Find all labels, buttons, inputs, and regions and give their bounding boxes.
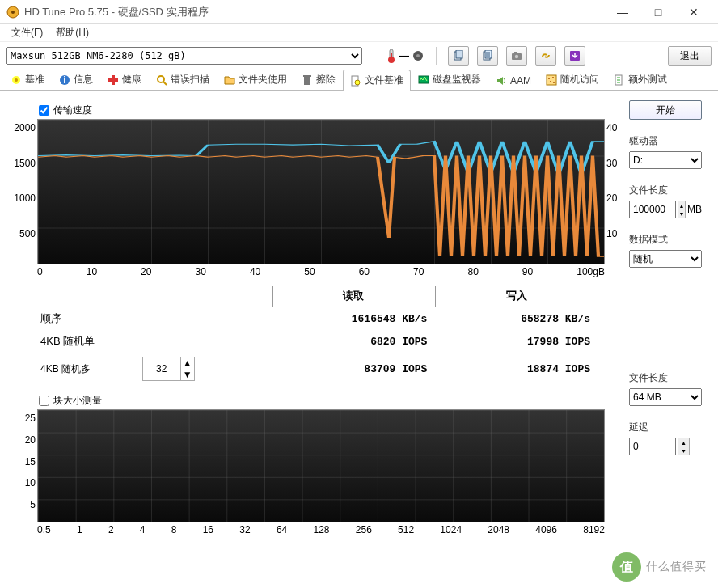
svg-point-32 [553,82,555,83]
tab-aam[interactable]: AAM [488,71,538,90]
transfer-chart-wrap: MB/s ms 200015001000500 40302010 0102030… [13,119,623,277]
content-area: 传输速度 MB/s ms 200015001000500 40302010 [0,91,718,535]
watermark-text: 什么值得买 [646,560,707,574]
watermark: 值 什么值得买 [612,552,707,582]
maximize-button[interactable]: □ [640,1,676,23]
app-icon [6,6,19,19]
col-write: 写入 [435,286,597,307]
watermark-icon: 值 [612,552,641,582]
title-bar: HD Tune Pro 5.75 - 硬盘/SSD 实用程序 — □ ✕ [0,0,718,24]
svg-rect-8 [456,50,462,58]
svg-rect-20 [108,78,118,82]
save-button[interactable] [564,46,585,66]
delay-up[interactable]: ▲ [678,438,689,446]
svg-rect-28 [547,75,556,85]
fan-icon [412,49,424,62]
svg-rect-24 [303,75,311,77]
file-length-label: 文件长度 [629,184,710,197]
filelen-up[interactable]: ▲ [678,201,685,209]
delay-input[interactable] [629,438,676,455]
svg-line-22 [163,82,167,85]
svg-point-29 [548,78,550,79]
drive-label: 驱动器 [629,134,710,148]
copy-data-button[interactable] [477,46,498,66]
queue-depth-input[interactable] [143,357,180,380]
drive-letter-select[interactable]: D: [629,151,702,169]
temperature-group: — [386,49,424,63]
results-row-4k-single: 4KB 随机单 6820 IOPS 17998 IOPS [34,331,597,352]
blocksize-header: 块大小测量 [39,394,623,408]
transfer-rate-header: 传输速度 [39,104,623,117]
pattern-label: 数据模式 [629,233,710,247]
temperature-value: — [399,50,409,61]
file-length-unit: MB [687,204,702,215]
blocksize-checkbox[interactable] [39,396,49,406]
svg-point-30 [552,77,554,78]
transfer-rate-label: 传输速度 [53,104,92,117]
window-title: HD Tune Pro 5.75 - 硬盘/SSD 实用程序 [24,5,605,19]
filelen-down[interactable]: ▼ [678,209,685,218]
svg-point-26 [355,80,360,85]
menu-bar: 文件(F) 帮助(H) [0,24,718,42]
results-table: 读取 写入 顺序 1616548 KB/s 658278 KB/s 4KB 随机… [32,284,598,386]
qd-up[interactable]: ▲ [181,357,194,369]
svg-rect-13 [514,52,517,54]
menu-help[interactable]: 帮助(H) [49,24,95,41]
window-controls: — □ ✕ [605,1,712,23]
delay-label: 延迟 [629,421,710,434]
tab-health[interactable]: 健康 [100,69,149,90]
file-length-2-select[interactable]: 64 MB [629,388,702,406]
svg-text:i: i [63,74,65,86]
file-length-input[interactable] [629,201,676,218]
delay-down[interactable]: ▼ [678,446,689,455]
tab-error-scan[interactable]: 错误扫描 [149,69,217,90]
exit-button[interactable]: 退出 [668,46,712,66]
tab-info[interactable]: i信息 [52,69,100,90]
svg-rect-4 [391,53,392,59]
tab-benchmark[interactable]: 基准 [3,69,52,90]
tab-extra-tests[interactable]: 额外测试 [606,69,674,90]
svg-point-31 [550,81,551,82]
results-row-sequential: 顺序 1616548 KB/s 658278 KB/s [34,308,597,329]
tab-bar: 基准 i信息 健康 错误扫描 文件夹使用 擦除 文件基准 磁盘监视器 AAM 随… [0,70,718,91]
file-length-2-label: 文件长度 [629,371,710,385]
link-button[interactable] [535,46,556,66]
col-read: 读取 [272,286,434,307]
transfer-rate-checkbox[interactable] [39,105,49,116]
drive-select[interactable]: Maxsun 512GB NM6-2280 (512 gB) [6,47,362,65]
tab-folder-usage[interactable]: 文件夹使用 [217,69,294,90]
svg-rect-23 [304,77,310,85]
drive-toolbar: Maxsun 512GB NM6-2280 (512 gB) — 退出 [0,42,718,70]
x-ticks-2: 0.512481632641282565121024204840968192 [13,522,623,535]
svg-point-1 [11,11,15,14]
copy-text-button[interactable] [448,46,469,66]
thermometer-icon [386,49,397,63]
svg-point-6 [416,54,420,57]
x-ticks: 0102030405060708090100gB [13,264,623,277]
svg-point-12 [515,55,518,58]
y-right-ticks: 40302010 [605,119,623,263]
separator [436,47,437,65]
minimize-button[interactable]: — [605,1,640,23]
tab-random-access[interactable]: 随机访问 [538,69,606,90]
start-button[interactable]: 开始 [629,100,702,120]
svg-point-21 [158,76,164,82]
blocksize-chart-wrap: MB/s 读取 写入 252015105 0.51248163264128256… [13,409,623,535]
transfer-chart [37,119,605,264]
left-column: 传输速度 MB/s ms 200015001000500 40302010 [8,99,623,535]
blocksize-chart [37,409,605,522]
screenshot-button[interactable] [506,46,527,66]
right-column: 开始 驱动器 D: 文件长度 ▲▼ MB 数据模式 随机 文件长度 64 MB … [629,99,710,535]
qd-down[interactable]: ▼ [181,369,194,380]
blocksize-label: 块大小测量 [53,394,102,408]
tab-file-benchmark[interactable]: 文件基准 [343,70,411,91]
close-button[interactable]: ✕ [676,1,712,23]
y-left-ticks: 200015001000500 [13,119,37,263]
menu-file[interactable]: 文件(F) [5,24,49,41]
tab-erase[interactable]: 擦除 [294,69,343,90]
y-ticks-2: 252015105 [13,409,37,521]
tab-disk-monitor[interactable]: 磁盘监视器 [411,69,488,90]
results-row-4k-multi: 4KB 随机多 ▲▼ 83709 IOPS 18874 IOPS [34,353,597,384]
pattern-select[interactable]: 随机 [629,250,702,268]
svg-point-16 [15,78,18,82]
